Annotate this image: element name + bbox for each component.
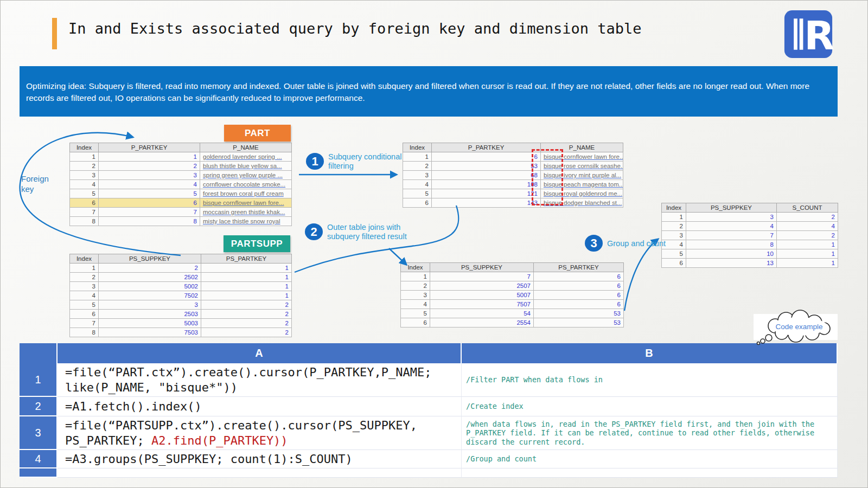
table-cell: 1 <box>401 272 430 281</box>
table-cell: 1 <box>662 213 686 222</box>
table-cell: 2 <box>777 231 838 240</box>
table-cell: 5 <box>403 189 432 198</box>
table-cell: 6 <box>432 152 541 162</box>
grid-cell-b1: /Filter PART when data flows in <box>462 363 838 397</box>
table-row: 475021 <box>70 291 292 300</box>
table-cell: misty lace thistle snow royal <box>200 217 292 226</box>
table-cell: 2 <box>201 328 292 337</box>
table-row: 225021 <box>70 273 292 282</box>
table-cell: 6 <box>662 259 686 268</box>
table-row: 55forest brown coral puff cream <box>70 189 292 198</box>
table-row: 44cornflower chocolate smoke... <box>70 180 292 189</box>
step2-label: Outer table joins with subquery filtered… <box>327 223 425 241</box>
table-cell: 1 <box>201 264 292 273</box>
table-row: 55453 <box>401 309 624 318</box>
page-title: In and Exists associated query by foreig… <box>68 20 642 37</box>
table-cell: 3 <box>70 282 99 291</box>
table-row: 368bisque ivory mint purple al... <box>403 171 623 180</box>
table-row: 350076 <box>401 291 624 300</box>
table-row: 750032 <box>70 319 292 328</box>
table-row: 475076 <box>401 300 624 309</box>
table-cell: 2502 <box>99 273 201 282</box>
table-cell: 121 <box>432 189 541 198</box>
table-cell: 3 <box>686 213 777 222</box>
table-cell: bisque cornflower lawn fore... <box>200 198 292 208</box>
table-cell: 2 <box>99 264 201 273</box>
grid-row1-number: 1 <box>20 363 58 397</box>
grid-row5-partial <box>20 468 58 478</box>
grid-cell-a3: =file(“PARTSUPP.ctx”).create().cursor(PS… <box>58 416 462 450</box>
table-cell: 54 <box>430 309 534 318</box>
table-row: 77moccasin green thistle khak... <box>70 208 292 217</box>
grid-corner-cell <box>20 343 58 363</box>
table-cell: 8 <box>686 240 777 249</box>
partsupp-filtered-table: IndexPS_SUPPKEYPS_PARTKEY176225076350076… <box>400 262 624 328</box>
table-cell: 5002 <box>99 282 201 291</box>
table-cell: 4 <box>401 300 430 309</box>
table-row: 5101 <box>662 249 838 259</box>
table-cell: 7502 <box>99 291 201 300</box>
grid-column-a-header: A <box>58 343 462 363</box>
table-cell: 2507 <box>430 281 534 291</box>
code-example-grid: A B 1 =file(“PART.ctx”).create().cursor(… <box>20 343 838 478</box>
table-row: 121 <box>70 264 292 273</box>
table-cell: 2 <box>401 281 430 291</box>
step1-label: Subquery conditional filtering <box>328 152 410 171</box>
table-cell: 1 <box>70 264 99 273</box>
table-row: 253bisque rose cornsilk seashe... <box>403 162 623 171</box>
table-cell: 2554 <box>430 318 534 328</box>
slide: In and Exists associated query by foreig… <box>0 0 868 488</box>
table-cell: 5007 <box>430 291 534 300</box>
table-cell: 1 <box>201 273 292 282</box>
table-cell: 2 <box>99 162 200 171</box>
table-cell: moccasin green thistle khak... <box>200 208 292 217</box>
column-header: P_NAME <box>200 143 292 152</box>
table-cell: 5 <box>662 249 686 259</box>
table-cell: 2503 <box>99 310 201 319</box>
column-header: PS_SUPPKEY <box>99 254 201 264</box>
table-cell: 2 <box>662 222 686 231</box>
grid-cell-a5-partial <box>58 468 462 478</box>
table-row: 4108bisque peach magenta tom... <box>403 180 623 189</box>
table-cell: 4 <box>686 222 777 231</box>
table-cell: 53 <box>534 318 624 328</box>
table-cell: goldenrod lavender spring ... <box>200 152 292 162</box>
part-filtered-table: IndexP_PARTKEYP_NAME16bisque cornflower … <box>403 143 623 208</box>
step2-badge: 2 <box>305 223 323 240</box>
table-cell: 6 <box>534 272 624 281</box>
table-cell: 4 <box>777 222 838 231</box>
table-cell: forest brown coral puff cream <box>200 189 292 198</box>
table-cell: 6 <box>70 310 99 319</box>
table-cell: 7 <box>70 208 99 217</box>
partsupp-table: IndexPS_SUPPKEYPS_PARTKEY121225021350021… <box>69 254 292 337</box>
table-cell: blush thistle blue yellow sa... <box>200 162 292 171</box>
table-row: 5121bisque royal goldenrod me... <box>403 189 623 198</box>
table-row: 33spring green yellow purple ... <box>70 171 292 180</box>
grid-cell-a1: =file(“PART.ctx”).create().cursor(P_PART… <box>58 363 462 397</box>
table-row: 16bisque cornflower lawn fore... <box>403 152 623 162</box>
table-cell: 8 <box>99 217 200 226</box>
bisque-highlight-dashed-box <box>532 149 563 206</box>
title-accent-bar <box>52 18 57 49</box>
part-table-label: PART <box>224 125 291 142</box>
step3-label: Group and count <box>607 239 688 248</box>
table-cell: 3 <box>403 171 432 180</box>
table-cell: 7503 <box>99 328 201 337</box>
table-row: 532 <box>70 300 292 310</box>
table-cell: 4 <box>70 291 99 300</box>
table-cell: 4 <box>403 180 432 189</box>
table-cell: 6 <box>70 198 99 208</box>
step3-badge: 3 <box>585 235 603 252</box>
grid-cell-b3: /when data flows in, read in the PS_PART… <box>462 416 838 450</box>
table-cell: 1 <box>777 249 838 259</box>
table-cell: 3 <box>70 171 99 180</box>
column-header: S_COUNT <box>777 203 838 213</box>
table-row: 350021 <box>70 282 292 291</box>
table-cell: 8 <box>70 328 99 337</box>
column-header: PS_PARTKEY <box>201 254 292 264</box>
table-cell: 6 <box>534 291 624 300</box>
grid-cell-a4: =A3.groups(PS_SUPPKEY; count(1):S_COUNT) <box>58 450 462 468</box>
table-cell: 4 <box>70 180 99 189</box>
table-cell: 7 <box>686 231 777 240</box>
table-row: 132 <box>662 213 838 222</box>
